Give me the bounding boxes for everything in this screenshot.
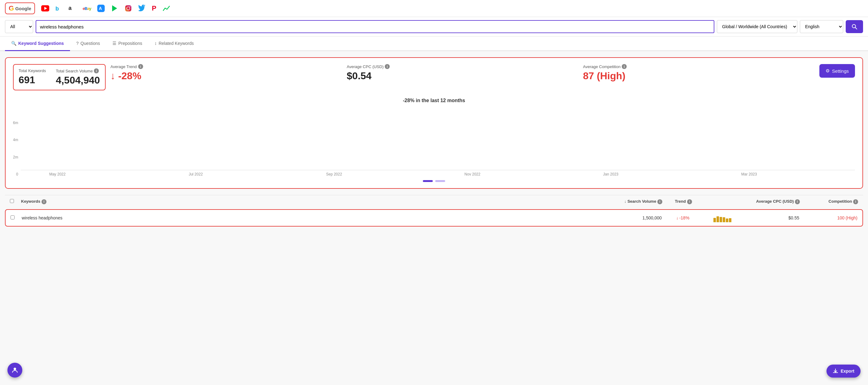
trend-chart-icon[interactable] <box>163 6 170 11</box>
mini-bar-6 <box>729 218 732 222</box>
tab-related-keywords[interactable]: ↕ Related Keywords <box>148 37 200 51</box>
y-label-4m: 4m <box>13 138 18 142</box>
table-row: wireless headphones 1,500,000 ↓ -18% $0.… <box>5 209 863 226</box>
settings-button[interactable]: ⚙ Settings <box>819 64 855 78</box>
cpc-col-info[interactable]: i <box>795 199 800 204</box>
competition-col-info[interactable]: i <box>853 199 858 204</box>
total-keywords-stat: Total Keywords 691 <box>19 68 46 86</box>
svg-point-9 <box>129 6 130 7</box>
chart-dot-inactive[interactable] <box>435 180 445 182</box>
x-label-feb23 <box>646 172 713 176</box>
avg-trend-value: ↓ -28% <box>111 70 340 82</box>
chart-inner: May 2022 Jul 2022 Sep 2022 Nov 2022 Jan … <box>21 170 855 176</box>
y-label-0: 0 <box>16 172 18 176</box>
total-keywords-label: Total Keywords <box>19 68 46 73</box>
top-nav: G Google b a eBay A P <box>0 0 868 17</box>
svg-text:b: b <box>56 6 59 12</box>
appstore-icon[interactable]: A <box>97 5 105 12</box>
avg-cpc-info-icon[interactable]: i <box>385 64 390 69</box>
th-keywords: Keywords i <box>21 199 604 204</box>
x-label-jul22: Jul 2022 <box>162 172 229 176</box>
stats-card: Total Keywords 691 Total Search Volume i… <box>5 57 863 189</box>
avg-competition-value: 87 (High) <box>583 70 812 82</box>
x-label-sep22: Sep 2022 <box>301 172 368 176</box>
x-label-nov22: Nov 2022 <box>439 172 506 176</box>
search-input-wrapper <box>36 20 714 33</box>
chart-container: 6m 4m 2m 0 May 2022 Jul 2022 Sep 2022 No… <box>13 108 855 176</box>
bing-icon[interactable]: b <box>56 5 62 12</box>
google-text: Google <box>15 6 31 11</box>
x-label-jun22 <box>93 172 160 176</box>
svg-marker-6 <box>112 5 117 11</box>
th-search-volume: ↓ Search Volume i <box>607 199 662 204</box>
mini-bar-2 <box>716 216 719 222</box>
tab-prepositions[interactable]: ☰ Prepositions <box>106 37 148 51</box>
x-labels: May 2022 Jul 2022 Sep 2022 Nov 2022 Jan … <box>21 170 855 176</box>
instagram-icon[interactable] <box>125 5 132 12</box>
settings-gear-icon: ⚙ <box>826 68 830 74</box>
chart-dot-active[interactable] <box>423 180 433 182</box>
x-label-dec22 <box>508 172 575 176</box>
th-trend: Trend i <box>665 199 702 204</box>
y-label-6m: 6m <box>13 121 18 125</box>
youtube-icon[interactable] <box>41 5 49 11</box>
tab-keyword-suggestions[interactable]: 🔍 Keyword Suggestions <box>5 37 70 51</box>
location-select[interactable]: Global / Worldwide (All Countries) Unite… <box>717 20 797 33</box>
row-checkbox[interactable] <box>10 215 14 219</box>
avg-competition-label: Average Competition i <box>583 64 812 69</box>
chart-dots <box>13 180 855 182</box>
row-competition: 100 (High) <box>802 215 858 220</box>
language-select[interactable]: English Spanish French <box>800 20 843 33</box>
x-label-aug22 <box>231 172 299 176</box>
total-search-volume-value: 4,504,940 <box>56 75 100 86</box>
pinterest-icon[interactable]: P <box>152 4 156 12</box>
related-keywords-icon: ↕ <box>155 41 157 46</box>
chart-title: -28% in the last 12 months <box>13 98 855 103</box>
trend-down-arrow-icon: ↓ <box>676 215 678 220</box>
table-header-row: Keywords i ↓ Search Volume i Trend i Ave… <box>5 195 863 208</box>
g-icon: G <box>9 4 14 12</box>
th-avg-cpc: Average CPC (USD) i <box>744 199 800 204</box>
avg-competition-info-icon[interactable]: i <box>622 64 627 69</box>
google-logo-button[interactable]: G Google <box>5 2 35 14</box>
row-keyword: wireless headphones <box>22 215 603 220</box>
svg-text:a: a <box>68 5 72 11</box>
x-label-may22: May 2022 <box>24 172 91 176</box>
total-search-volume-label: Total Search Volume i <box>56 68 100 73</box>
total-keywords-value: 691 <box>19 74 46 86</box>
x-label-apr23 <box>785 172 852 176</box>
playstore-icon[interactable] <box>111 5 118 12</box>
keywords-col-info[interactable]: i <box>41 199 46 204</box>
volume-col-info[interactable]: i <box>657 199 662 204</box>
stats-row: Total Keywords 691 Total Search Volume i… <box>13 64 855 91</box>
prepositions-icon: ☰ <box>113 41 117 46</box>
x-label-mar23: Mar 2023 <box>715 172 782 176</box>
total-volume-info-icon[interactable]: i <box>94 68 99 73</box>
row-trend-graph <box>704 214 741 222</box>
keyword-suggestions-icon: 🔍 <box>11 41 17 46</box>
y-axis: 6m 4m 2m 0 <box>13 121 21 176</box>
mini-bar-3 <box>720 217 722 222</box>
total-search-volume-stat: Total Search Volume i 4,504,940 <box>56 68 100 86</box>
trend-col-info[interactable]: i <box>687 199 692 204</box>
main-content: Total Keywords 691 Total Search Volume i… <box>0 51 868 234</box>
twitter-icon[interactable] <box>138 5 146 12</box>
search-input[interactable] <box>36 24 714 29</box>
row-trend: ↓ -18% <box>664 215 701 220</box>
avg-trend-info-icon[interactable]: i <box>138 64 143 69</box>
mini-bar-4 <box>723 217 725 222</box>
search-button[interactable] <box>846 20 863 33</box>
search-type-select[interactable]: All Exact Phrase Broad <box>5 20 33 33</box>
svg-rect-7 <box>125 5 131 11</box>
mini-bar-1 <box>713 218 716 222</box>
x-label-jan23: Jan 2023 <box>577 172 644 176</box>
select-all-checkbox[interactable] <box>10 199 14 203</box>
avg-competition-stat: Average Competition i 87 (High) <box>583 64 819 82</box>
ebay-icon[interactable]: eBay <box>83 6 91 11</box>
avg-cpc-label: Average CPC (USD) i <box>347 64 576 69</box>
svg-text:A: A <box>99 6 102 11</box>
y-label-2m: 2m <box>13 155 18 160</box>
amazon-icon[interactable]: a <box>68 5 76 12</box>
stat-highlighted-group: Total Keywords 691 Total Search Volume i… <box>13 64 105 91</box>
tab-questions[interactable]: ? Questions <box>70 37 106 51</box>
